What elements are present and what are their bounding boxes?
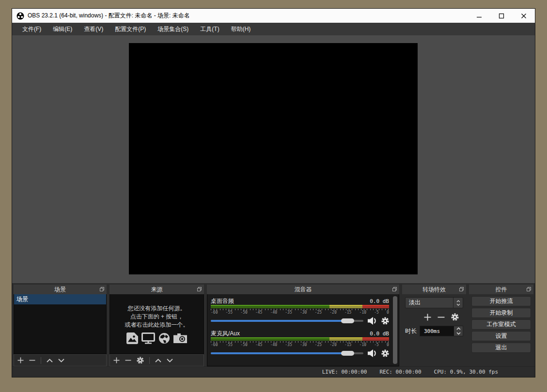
chevron-down-icon [456, 303, 460, 306]
transition-buttons [405, 312, 463, 322]
meter-tick-label: -5 [374, 343, 379, 347]
maximize-button[interactable] [490, 9, 513, 23]
scene-move-up-button[interactable] [47, 359, 53, 362]
meter-tick-label: -10 [359, 343, 366, 347]
combo-spinner[interactable] [453, 298, 463, 308]
remove-source-button[interactable] [125, 357, 131, 363]
popout-icon[interactable] [459, 287, 464, 291]
add-source-button[interactable] [113, 357, 120, 363]
scene-move-down-button[interactable] [58, 359, 64, 362]
gear-icon [381, 349, 389, 357]
channel-settings-button[interactable] [381, 317, 389, 325]
volume-slider[interactable] [211, 351, 363, 356]
source-move-down-button[interactable] [167, 359, 173, 362]
source-properties-button[interactable] [137, 357, 144, 364]
transition-select[interactable]: 淡出 [405, 297, 463, 308]
meter-tick-label: -60 [211, 343, 218, 347]
statusbar: LIVE: 00:00:00 REC: 00:00:00 CPU: 0.9%, … [12, 366, 535, 377]
sources-empty-text-line: 您还没有添加任何源。 [128, 304, 186, 313]
mute-button[interactable] [368, 349, 377, 357]
menu-scene-collection[interactable]: 场景集合(S) [152, 23, 194, 35]
mixer-scrollbar[interactable] [393, 296, 397, 364]
remove-scene-button[interactable] [29, 357, 35, 363]
start-recording-button[interactable]: 开始录制 [471, 308, 531, 318]
volume-slider-handle[interactable] [341, 351, 354, 356]
popout-icon[interactable] [392, 287, 397, 291]
chevron-up-icon [456, 300, 460, 302]
move-down-icon [167, 359, 173, 362]
move-down-icon [58, 359, 64, 362]
close-button[interactable] [513, 9, 535, 23]
controls-panel-header[interactable]: 控件 [469, 285, 533, 294]
source-type-icons [126, 332, 187, 344]
minimize-button[interactable] [468, 9, 490, 23]
duration-increase-button[interactable] [454, 326, 463, 331]
menu-view[interactable]: 查看(V) [78, 23, 109, 35]
titlebar[interactable]: OBS 23.2.1 (64-bit, windows) - 配置文件: 未命名… [12, 9, 535, 23]
camera-icon [173, 333, 187, 344]
transition-properties-button[interactable] [451, 313, 459, 321]
close-icon [521, 13, 527, 19]
source-move-up-button[interactable] [155, 359, 161, 362]
sources-panel-title: 来源 [151, 286, 163, 294]
channel-db-value: 0.0 dB [370, 298, 389, 304]
meter-tick-label: 0 [387, 343, 389, 347]
scenes-panel-title: 场景 [54, 286, 66, 294]
menu-tools[interactable]: 工具(T) [194, 23, 225, 35]
mixer-channel-desktop-audio: 桌面音频 0.0 dB -60 -55 -50 -45 -40 -35 [211, 297, 389, 326]
menu-edit[interactable]: 编辑(E) [47, 23, 78, 35]
meter-tick-label: -60 [211, 310, 218, 315]
meter-tick-label: -50 [240, 310, 247, 315]
mixer-body: 桌面音频 0.0 dB -60 -55 -50 -45 -40 -35 [207, 294, 399, 366]
channel-settings-button[interactable] [381, 349, 389, 357]
preview-area[interactable] [12, 35, 535, 283]
add-transition-button[interactable] [424, 314, 431, 321]
exit-button[interactable]: 退出 [471, 343, 531, 353]
volume-slider[interactable] [211, 318, 363, 323]
desktop: { "window": { "title": "OBS 23.2.1 (64-b… [0, 0, 547, 392]
meter-tick-label: -25 [315, 343, 322, 347]
popout-icon[interactable] [100, 287, 104, 291]
duration-input[interactable]: 300ms [420, 326, 463, 336]
chevron-down-icon [456, 332, 461, 335]
duration-decrease-button[interactable] [454, 331, 463, 336]
meter-tick-label: -35 [285, 343, 292, 347]
add-icon [424, 314, 431, 321]
preview-canvas[interactable] [129, 43, 418, 274]
transitions-panel-header[interactable]: 转场特效 [402, 285, 466, 294]
scene-item[interactable]: 场景 [14, 294, 106, 304]
start-streaming-button[interactable]: 开始推流 [471, 296, 531, 306]
move-up-icon [155, 359, 161, 362]
menu-file[interactable]: 文件(F) [16, 23, 47, 35]
remove-icon [29, 357, 35, 363]
channel-name: 桌面音频 [211, 297, 234, 305]
sources-toolbar [109, 354, 204, 366]
mute-button[interactable] [368, 317, 377, 325]
globe-icon [158, 332, 170, 344]
meter-tick-label: -25 [315, 310, 322, 315]
scenes-panel-header[interactable]: 场景 [14, 285, 107, 294]
studio-mode-button[interactable]: 工作室模式 [471, 319, 531, 330]
menu-profile[interactable]: 配置文件(P) [109, 23, 152, 35]
menu-help[interactable]: 帮助(H) [225, 23, 257, 35]
sources-panel-header[interactable]: 来源 [109, 285, 204, 294]
scene-list[interactable]: 场景 [14, 294, 107, 354]
toolbar-separator [149, 357, 150, 364]
settings-button[interactable]: 设置 [471, 331, 531, 341]
add-icon [17, 357, 24, 363]
popout-icon[interactable] [527, 287, 531, 291]
gear-icon [381, 317, 389, 325]
popout-icon[interactable] [197, 287, 202, 291]
window-title: OBS 23.2.1 (64-bit, windows) - 配置文件: 未命名… [28, 12, 190, 20]
source-list-empty[interactable]: 您还没有添加任何源。 点击下面的 + 按钮， 或者右击此处添加一个。 [109, 294, 204, 354]
volume-slider-handle[interactable] [341, 318, 354, 323]
remove-transition-button[interactable] [438, 314, 445, 321]
meter-tick-label: -15 [344, 343, 351, 347]
duration-spinner [454, 326, 463, 336]
display-icon [141, 332, 155, 344]
mixer-panel-header[interactable]: 混音器 [207, 285, 399, 294]
add-scene-button[interactable] [17, 357, 24, 363]
mixer-panel-title: 混音器 [295, 286, 312, 294]
meter-tick-label: 0 [387, 310, 389, 315]
meter-tick-label: -30 [300, 343, 307, 347]
